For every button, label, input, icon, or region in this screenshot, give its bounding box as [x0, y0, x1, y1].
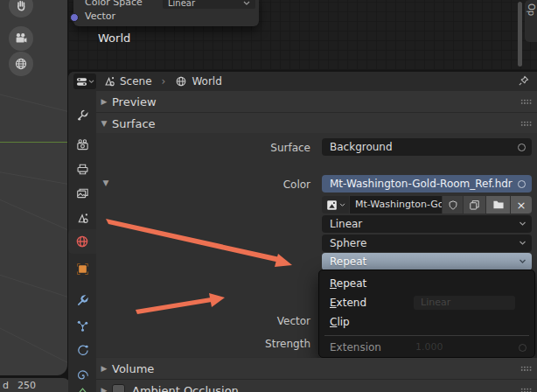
surface-shader-button[interactable]: Background [322, 138, 532, 156]
grid-line [0, 171, 67, 190]
tab-world-active[interactable] [68, 229, 96, 254]
collapse-arrow-icon: ▶ [96, 386, 112, 392]
panel-preview-label: Preview [112, 95, 157, 108]
breadcrumb: Scene › World [103, 75, 222, 88]
axis-y-line [0, 142, 67, 143]
pin-icon[interactable] [517, 74, 530, 88]
sidebar-tab-options[interactable]: Op [525, 0, 537, 42]
panel-ambient-occlusion[interactable]: ▶ Ambient Occlusion [96, 380, 537, 392]
color-texture-button[interactable]: Mt-Washington-Gold-Room_Ref.hdr [322, 175, 532, 192]
strength-row-label: Strength [96, 338, 310, 350]
grid-line [0, 318, 67, 375]
object-square-icon [76, 262, 89, 276]
grid-line [0, 194, 67, 245]
images-stack-icon [76, 187, 89, 200]
pan-hand-gizmo[interactable] [9, 0, 33, 18]
menu-footer-property-name: Extension 1.000 [319, 338, 534, 357]
panel-volume-label: Volume [112, 362, 154, 375]
world-icon [175, 75, 187, 88]
environment-texture-node[interactable]: Color Space Linear Vector [73, 0, 259, 26]
panel-preview[interactable]: ▶ Preview [96, 91, 537, 113]
tab-modifiers[interactable] [68, 289, 96, 312]
tab-render[interactable] [68, 133, 96, 156]
tab-constraints[interactable] [68, 363, 96, 386]
properties-main: ▶ Preview ▼ Surface Surface Background ▼… [96, 91, 537, 392]
nodetree-name-overlay: World [98, 32, 130, 45]
tab-tool[interactable] [68, 103, 96, 126]
menu-item-extend[interactable]: Extend Linear [319, 293, 534, 312]
tab-data-partial[interactable] [68, 388, 96, 392]
panel-drag-handle[interactable] [520, 121, 532, 127]
blender-window: d 250 Color Space Linear Vector World Op [0, 0, 537, 392]
editor-type-button[interactable] [73, 74, 96, 89]
tab-scene[interactable] [68, 206, 96, 229]
menu-item-label: epeat [337, 277, 366, 290]
tab-object[interactable] [68, 257, 96, 280]
open-image-button[interactable] [486, 196, 510, 214]
color-row-label: Color [96, 178, 310, 191]
ghost-socket-indicator [519, 344, 527, 352]
interpolation-value: Linear [330, 218, 362, 230]
3d-viewport[interactable] [0, 0, 67, 375]
camera-view-gizmo[interactable] [9, 26, 33, 51]
scene-icon [76, 212, 89, 225]
folder-icon [492, 200, 505, 210]
unlink-image-button[interactable]: × [511, 196, 532, 214]
timeline-end-frame[interactable]: d 250 [0, 378, 70, 392]
printer-icon [76, 163, 89, 176]
scrollbar[interactable] [518, 2, 522, 66]
world-icon [75, 234, 89, 248]
color-texture-value: Mt-Washington-Gold-Room_Ref.hdr [330, 178, 513, 190]
node-socket-indicator [518, 180, 526, 188]
fake-user-button[interactable] [443, 196, 463, 214]
chevron-down-icon [339, 203, 345, 207]
panel-drag-handle[interactable] [520, 366, 532, 372]
projection-dropdown[interactable]: Sphere [322, 234, 532, 252]
tool-icon [76, 108, 89, 122]
orthographic-grid-gizmo[interactable] [9, 52, 33, 76]
projection-value: Sphere [330, 237, 366, 249]
image-datablock-row: Mt-Washington-Gold-R.. [322, 196, 532, 214]
ghost-strength-value: 1.000 [415, 338, 443, 357]
collapse-arrow-icon: ▶ [96, 97, 112, 106]
ambient-occlusion-checkbox[interactable] [112, 384, 125, 392]
panel-drag-handle[interactable] [520, 388, 532, 392]
color-space-value: Linear [168, 0, 195, 8]
menu-item-repeat[interactable]: Repeat [319, 274, 534, 293]
physics-orbit-icon [76, 344, 89, 357]
shader-editor[interactable]: Color Space Linear Vector World Op [68, 0, 537, 70]
tab-particles[interactable] [68, 314, 96, 337]
chevron-down-icon [519, 259, 527, 264]
tab-view-layer[interactable] [68, 182, 96, 205]
panel-surface[interactable]: ▼ Surface [96, 113, 537, 135]
panel-drag-handle[interactable] [520, 99, 532, 105]
properties-editor: Scene › World [68, 72, 537, 392]
surface-row-label: Surface [96, 142, 310, 154]
footer-label: Extension [330, 341, 381, 354]
color-space-dropdown[interactable]: Linear [163, 0, 255, 9]
properties-tab-column [68, 91, 96, 392]
extension-dropdown-open[interactable]: Repeat [322, 253, 532, 270]
image-browse-button[interactable] [322, 196, 349, 214]
vector-socket[interactable] [70, 13, 79, 22]
menu-item-clip[interactable]: Clip [319, 312, 534, 332]
new-image-button[interactable] [464, 196, 485, 214]
sidebar-tab-label: Op [527, 4, 536, 16]
grid-line [0, 270, 67, 308]
data-icon [76, 388, 89, 392]
image-icon [326, 200, 338, 211]
extension-value: Repeat [330, 256, 366, 268]
collapse-arrow-icon: ▶ [96, 364, 112, 373]
color-space-label: Color Space [85, 0, 143, 8]
end-frame-value: 250 [17, 380, 36, 391]
breadcrumb-scene[interactable]: Scene [120, 75, 152, 88]
duplicate-icon [469, 200, 480, 211]
interpolation-dropdown[interactable]: Linear [322, 215, 532, 233]
accel-letter: R [330, 277, 337, 290]
panel-ao-label: Ambient Occlusion [132, 384, 239, 392]
breadcrumb-world[interactable]: World [192, 75, 221, 88]
tab-physics[interactable] [68, 339, 96, 361]
panel-volume[interactable]: ▶ Volume [96, 358, 537, 380]
image-name-field[interactable]: Mt-Washington-Gold-R.. [350, 196, 442, 214]
tab-output[interactable] [68, 158, 96, 180]
